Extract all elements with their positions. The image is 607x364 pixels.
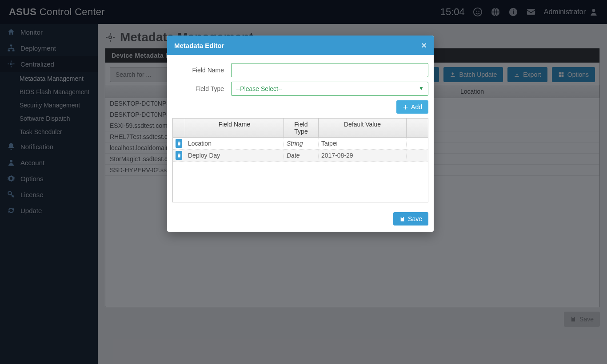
modal-save-button[interactable]: Save bbox=[393, 212, 428, 226]
col-field-type: Field Type bbox=[284, 119, 319, 137]
field-name-input[interactable] bbox=[231, 63, 428, 77]
trash-icon bbox=[176, 153, 182, 158]
modal-title: Metadata Editor bbox=[174, 42, 224, 49]
field-type-label: Field Type bbox=[172, 85, 231, 92]
delete-row-button[interactable] bbox=[176, 151, 182, 160]
modal-body: Field Name Field Type --Please Select-- … bbox=[167, 55, 434, 208]
col-default-value: Default Value bbox=[319, 119, 407, 137]
modal-footer: Save bbox=[167, 208, 434, 232]
modal-table-row: Location String Taipei bbox=[173, 138, 428, 150]
modal-header: Metadata Editor × bbox=[167, 36, 434, 55]
trash-icon bbox=[176, 141, 182, 146]
field-type-select[interactable]: --Please Select-- bbox=[231, 82, 428, 96]
close-icon[interactable]: × bbox=[421, 41, 427, 50]
modal-table-row: Deploy Day Date 2017-08-29 bbox=[173, 150, 428, 162]
field-type-row: Field Type --Please Select-- ▼ bbox=[172, 82, 428, 96]
add-button[interactable]: Add bbox=[396, 100, 428, 114]
metadata-editor-modal: Metadata Editor × Field Name Field Type … bbox=[167, 36, 434, 232]
plus-icon bbox=[403, 104, 408, 110]
modal-table-header: Field Name Field Type Default Value bbox=[173, 119, 428, 138]
col-field-name: Field Name bbox=[185, 119, 284, 137]
field-name-label: Field Name bbox=[172, 67, 231, 74]
field-name-row: Field Name bbox=[172, 63, 428, 77]
save-icon bbox=[399, 216, 405, 222]
delete-row-button[interactable] bbox=[176, 139, 182, 148]
modal-table: Field Name Field Type Default Value Loca… bbox=[172, 118, 428, 202]
